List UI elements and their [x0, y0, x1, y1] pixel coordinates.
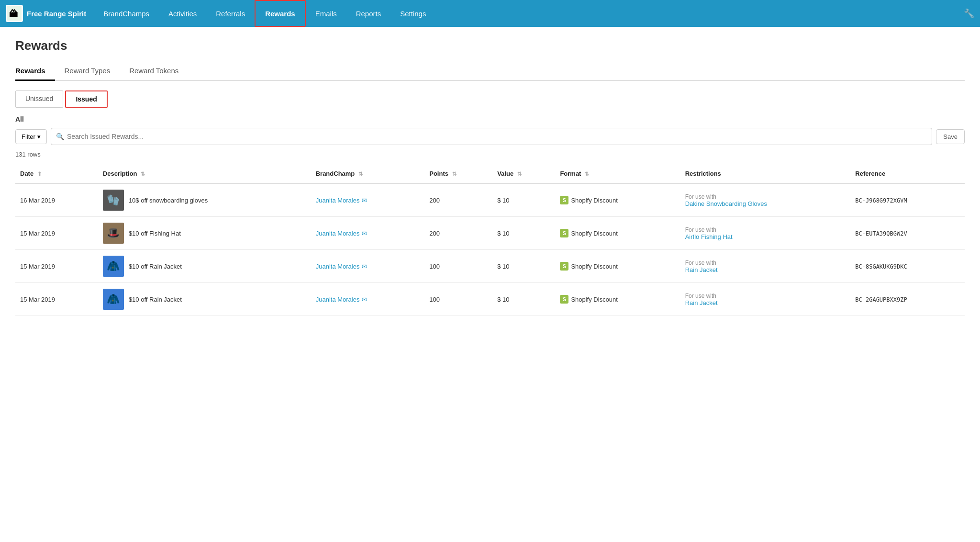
sort-icon-format: ⇅ [585, 171, 589, 177]
table-row: 15 Mar 2019 🎩 $10 off Fishing Hat Juanit… [15, 217, 965, 250]
filter-chevron-icon: ▾ [37, 133, 41, 140]
filter-all-label: All [15, 115, 965, 123]
product-thumbnail-3: 🧥 [103, 289, 124, 310]
brandchamp-link-3[interactable]: Juanita Morales ✉ [316, 296, 420, 303]
reference-code-3: BC-2GAGUPBXX9ZP [855, 296, 907, 303]
cell-restrictions-1: For use with Airflo Fishing Hat [680, 217, 851, 250]
description-text-1: $10 off Fishing Hat [129, 230, 181, 237]
shopify-icon-1: S [560, 229, 568, 237]
cell-reference-2: BC-8SGAKUKG9DKC [850, 250, 965, 283]
cell-value-1: $ 10 [492, 217, 555, 250]
cell-reference-1: BC-EUTA39QBGW2V [850, 217, 965, 250]
nav-item-reports[interactable]: Reports [346, 0, 391, 27]
brandchamp-name-2: Juanita Morales [316, 263, 360, 270]
cell-brandchamp-0: Juanita Morales ✉ [311, 183, 425, 217]
brandchamp-name-1: Juanita Morales [316, 230, 360, 237]
cell-points-2: 100 [424, 250, 492, 283]
brandchamp-name-3: Juanita Morales [316, 296, 360, 303]
reference-code-0: BC-J968G972XGVM [855, 197, 907, 204]
search-icon: 🔍 [56, 133, 64, 140]
restriction-link-0[interactable]: Dakine Snowboarding Gloves [685, 200, 767, 207]
th-points[interactable]: Points ⇅ [424, 164, 492, 184]
format-text-2: Shopify Discount [571, 263, 618, 270]
nav-items: BrandChamps Activities Referrals Rewards… [94, 0, 964, 27]
th-description[interactable]: Description ⇅ [98, 164, 311, 184]
restriction-text-2: For use with [685, 260, 716, 266]
filter-section: All Filter ▾ 🔍 Save [15, 115, 965, 145]
nav-item-rewards[interactable]: Rewards [255, 0, 306, 27]
format-text-1: Shopify Discount [571, 230, 618, 237]
cell-description-2: 🧥 $10 off Rain Jacket [98, 250, 311, 283]
filter-tabs: Unissued Issued [15, 90, 965, 108]
restriction-link-1[interactable]: Airflo Fishing Hat [685, 233, 733, 240]
format-text-0: Shopify Discount [571, 197, 618, 204]
th-reference: Reference [850, 164, 965, 184]
brandchamp-link-1[interactable]: Juanita Morales ✉ [316, 230, 420, 237]
search-box: 🔍 [51, 128, 932, 145]
cell-points-0: 200 [424, 183, 492, 217]
product-thumbnail-1: 🎩 [103, 223, 124, 244]
shopify-icon-2: S [560, 262, 568, 271]
row-count: 131 rows [15, 151, 965, 158]
th-brandchamp[interactable]: BrandChamp ⇅ [311, 164, 425, 184]
restriction-link-2[interactable]: Rain Jacket [685, 266, 718, 273]
mail-icon-3: ✉ [362, 296, 367, 303]
restriction-text-3: For use with [685, 293, 716, 299]
sort-icon-brandchamp: ⇅ [358, 171, 363, 177]
th-format[interactable]: Format ⇅ [555, 164, 680, 184]
cell-date-2: 15 Mar 2019 [15, 250, 98, 283]
cell-date-0: 16 Mar 2019 [15, 183, 98, 217]
filter-row: Filter ▾ 🔍 Save [15, 128, 965, 145]
nav-item-settings[interactable]: Settings [390, 0, 435, 27]
main-tab-bar: Rewards Reward Types Reward Tokens [15, 62, 965, 81]
nav-item-activities[interactable]: Activities [159, 0, 206, 27]
nav-item-referrals[interactable]: Referrals [206, 0, 255, 27]
cell-value-3: $ 10 [492, 283, 555, 316]
reference-code-2: BC-8SGAKUKG9DKC [855, 263, 907, 270]
table-row: 16 Mar 2019 🧤 10$ off snowboarding glove… [15, 183, 965, 217]
filter-label: Filter [22, 133, 35, 140]
cell-date-1: 15 Mar 2019 [15, 217, 98, 250]
cell-date-3: 15 Mar 2019 [15, 283, 98, 316]
sort-icon-date: ⬆ [37, 171, 42, 177]
shopify-icon-0: S [560, 196, 568, 204]
filter-tab-unissued[interactable]: Unissued [15, 90, 63, 108]
cell-brandchamp-1: Juanita Morales ✉ [311, 217, 425, 250]
description-text-3: $10 off Rain Jacket [129, 296, 182, 303]
tab-reward-types[interactable]: Reward Types [65, 62, 120, 81]
description-text-2: $10 off Rain Jacket [129, 263, 182, 270]
filter-tab-issued[interactable]: Issued [65, 90, 107, 108]
search-input[interactable] [67, 133, 927, 140]
sort-icon-points: ⇅ [452, 171, 457, 177]
wrench-icon[interactable]: 🔧 [964, 8, 974, 19]
tab-rewards[interactable]: Rewards [15, 62, 55, 81]
brandchamp-name-0: Juanita Morales [316, 197, 360, 204]
app-logo[interactable]: 🏔 Free Range Spirit [6, 5, 86, 22]
brandchamp-link-2[interactable]: Juanita Morales ✉ [316, 263, 420, 270]
cell-format-3: S Shopify Discount [555, 283, 680, 316]
cell-format-1: S Shopify Discount [555, 217, 680, 250]
nav-item-emails[interactable]: Emails [306, 0, 346, 27]
mail-icon-0: ✉ [362, 197, 367, 204]
table-row: 15 Mar 2019 🧥 $10 off Rain Jacket Juanit… [15, 283, 965, 316]
cell-points-1: 200 [424, 217, 492, 250]
filter-button[interactable]: Filter ▾ [15, 129, 47, 144]
cell-description-1: 🎩 $10 off Fishing Hat [98, 217, 311, 250]
cell-restrictions-0: For use with Dakine Snowboarding Gloves [680, 183, 851, 217]
mail-icon-2: ✉ [362, 263, 367, 270]
tab-reward-tokens[interactable]: Reward Tokens [129, 62, 188, 81]
description-text-0: 10$ off snowboarding gloves [129, 197, 208, 204]
th-date[interactable]: Date ⬆ [15, 164, 98, 184]
cell-brandchamp-3: Juanita Morales ✉ [311, 283, 425, 316]
top-navigation: 🏔 Free Range Spirit BrandChamps Activiti… [0, 0, 980, 27]
restriction-link-3[interactable]: Rain Jacket [685, 299, 718, 306]
cell-reference-3: BC-2GAGUPBXX9ZP [850, 283, 965, 316]
rewards-table: Date ⬆ Description ⇅ BrandChamp ⇅ Points… [15, 164, 965, 316]
nav-item-brandchamps[interactable]: BrandChamps [94, 0, 159, 27]
brandchamp-link-0[interactable]: Juanita Morales ✉ [316, 197, 420, 204]
logo-icon: 🏔 [6, 5, 23, 22]
product-thumbnail-0: 🧤 [103, 190, 124, 211]
save-button[interactable]: Save [936, 129, 965, 144]
cell-value-2: $ 10 [492, 250, 555, 283]
th-value[interactable]: Value ⇅ [492, 164, 555, 184]
